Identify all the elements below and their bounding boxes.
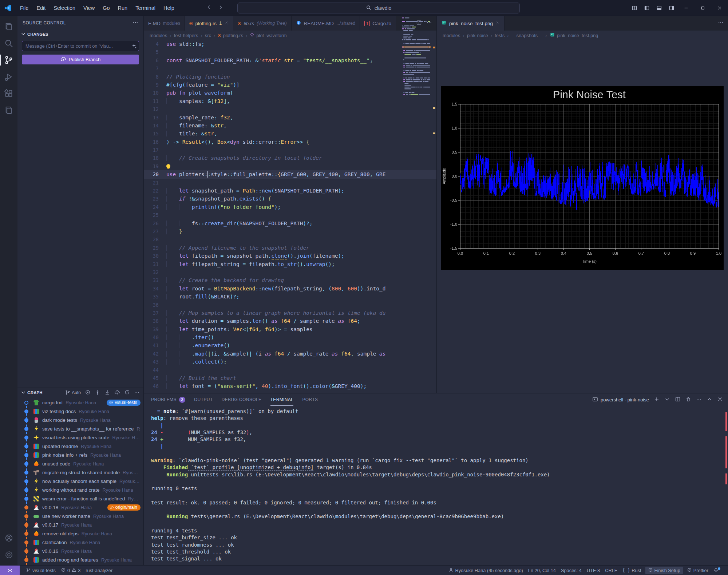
code-line-30[interactable]: 30 let filepath = snapshot_path.clone().… [144,252,436,260]
code-line-10[interactable]: 10pub fn plot_waveform( [144,89,436,97]
code-line-27[interactable]: 27 } [144,227,436,235]
breadcrumb-item[interactable]: modules [150,33,167,38]
customize-layout-icon[interactable] [628,5,641,11]
maximize-panel-icon[interactable] [707,396,712,403]
code-line-4[interactable]: 4use std::fs; [144,40,436,48]
code-line-15[interactable]: 15 title: &str, [144,130,436,138]
commit-row[interactable]: unused codeRyosuke Hana [17,459,143,468]
code-line-23[interactable]: 23 if !&snapshot_path.exists() { [144,195,436,203]
terminal-dropdown-icon[interactable] [664,396,670,403]
code-line-35[interactable]: 35 root.fill(&BLACK)?; [144,293,436,301]
status-language-mode[interactable]: { }Rust [620,566,644,575]
close-tab-icon[interactable] [224,21,229,26]
status-rust-analyzer[interactable]: rust-analyzer [83,566,115,575]
status-finish-setup[interactable]: Finish Setup [645,567,683,574]
status-last-commit-author[interactable]: Ryosuke Hana (45 seconds ago) [446,566,525,575]
commit-row[interactable]: save tests to __snapshots__ for referenc… [17,424,143,433]
panel-more-actions-icon[interactable] [696,396,702,403]
code-line-38[interactable]: 38 let duration = samples.len() as f64 /… [144,317,436,325]
code-line-46[interactable]: 46 let font = ("sans-serif", 40).into_fo… [144,382,436,390]
code-line-32[interactable]: 32 [144,268,436,276]
code-line-17[interactable]: 17 [144,146,436,154]
tab-plotting-rs[interactable]: ®plotting.rs1 [185,16,233,31]
code-line-13[interactable]: 13 sample_rate: f32, [144,114,436,122]
graph-auto-button[interactable]: Auto [65,389,81,396]
commit-row[interactable]: clarificationRyosuke Hana [17,538,143,547]
status-notifications[interactable] [711,566,725,575]
panel-tab-debug-console[interactable]: DEBUG CONSOLE [222,393,262,406]
code-line-22[interactable]: 22 let snapshot_path = Path::new(SNAPSHO… [144,187,436,195]
breadcrumb-item[interactable]: pink-noise [467,33,488,38]
command-search-box[interactable]: clawdio [237,3,520,13]
kill-terminal-icon[interactable] [685,396,691,403]
menu-file[interactable]: File [16,0,32,16]
graph-target-icon[interactable] [85,389,91,396]
chevron-down-icon[interactable] [20,31,26,37]
menu-go[interactable]: Go [99,0,114,16]
tab-readme-md[interactable]: README.MD...\shared [292,16,360,31]
menu-run[interactable]: Run [114,0,132,16]
commit-row[interactable]: use new worker nameRyosuke Hana [17,512,143,520]
status-prettier[interactable]: Prettier [684,566,711,575]
tab-cargo-to[interactable]: TCargo.to [360,16,396,31]
menu-edit[interactable]: Edit [32,0,50,16]
lightbulb-icon[interactable] [166,164,170,168]
code-line-41[interactable]: 41 .enumerate() [144,341,436,349]
status-indentation[interactable]: Spaces: 4 [558,566,584,575]
close-button[interactable] [711,0,728,16]
chevron-down-icon[interactable] [20,389,26,396]
code-line-12[interactable]: 12 [144,105,436,113]
branch-badge[interactable]: origin/main [107,504,141,511]
commit-row[interactable]: pink noise info + refsRyosuke Hana [17,451,143,459]
code-line-37[interactable]: 37 // Map samples to a linear graph wher… [144,309,436,317]
close-panel-icon[interactable] [717,396,723,403]
code-line-21[interactable]: 21 [144,179,436,187]
menu-terminal[interactable]: Terminal [131,0,159,16]
panel-tab-ports[interactable]: PORTS [302,393,318,406]
code-line-25[interactable]: 25 [144,211,436,219]
code-line-40[interactable]: 40 .iter() [144,333,436,341]
new-terminal-icon[interactable] [654,396,660,403]
commit-row[interactable]: migrate rng struct to shared moduleRyosu… [17,468,143,477]
code-line-28[interactable]: 28 [144,235,436,243]
commit-row[interactable]: viz testing docsRyosuke Hana [17,407,143,416]
commit-row[interactable]: now actually random each sampleRyosuke H… [17,477,143,485]
code-line-16[interactable]: 16) -> Result<(), Box<dyn std::error::Er… [144,138,436,146]
run-debug-icon[interactable] [0,68,17,85]
code-line-8[interactable]: 8// Plotting function [144,73,436,81]
graph-pull-icon[interactable] [104,389,110,396]
minimap[interactable] [402,17,431,104]
commit-row[interactable]: v0.0.17Ryosuke Hana [17,520,143,529]
breadcrumb-item[interactable]: src [205,33,211,38]
breadcrumb[interactable]: modules›test-helpers›src›®plotting.rs›pl… [144,31,436,40]
code-line-19[interactable]: 19 [144,162,436,170]
toggle-secondary-sidebar-icon[interactable] [665,5,678,11]
code-line-43[interactable]: 43 .collect(); [144,358,436,366]
code-line-44[interactable]: 44 [144,366,436,374]
code-line-6[interactable]: 6const SNAPSHOT_FOLDER_PATH: &'static st… [144,56,436,64]
source-control-icon[interactable] [0,52,17,68]
sidebar-more-actions-icon[interactable] [132,20,138,27]
minimize-button[interactable] [678,0,695,16]
commit-row[interactable]: wasm error - function call is undefinedR… [17,494,143,503]
commit-row[interactable]: cargo fmtRyosuke Hanavisual-tests [17,398,143,407]
panel-tab-output[interactable]: OUTPUT [194,393,213,406]
commit-row[interactable]: visual tests using plotters crateRyosuke… [17,433,143,442]
code-line-24[interactable]: 24 println!("no folder found"); [144,203,436,211]
breadcrumb-item[interactable]: plot_waveform [250,32,286,38]
commit-row[interactable]: remove old depsRyosuke Hana [17,529,143,538]
forward-button[interactable] [218,4,223,12]
menu-help[interactable]: Help [159,0,178,16]
code-line-45[interactable]: 45 // Build the chart [144,374,436,382]
breadcrumb-item[interactable]: test-helpers [174,33,198,38]
docs-icon[interactable] [0,102,17,119]
code-line-7[interactable]: 7 [144,64,436,72]
maximize-button[interactable] [695,0,711,16]
terminal-output[interactable]: = note: `#[warn(unused_parens)]` on by d… [151,408,719,564]
code-editor[interactable]: 4use std::fs;56const SNAPSHOT_FOLDER_PAT… [144,40,436,393]
commit-row[interactable]: updated readmeRyosuke Hana [17,442,143,451]
menu-view[interactable]: View [79,0,99,16]
publish-branch-button[interactable]: Publish Branch [22,55,139,64]
status-git-branch[interactable]: visual-tests [23,566,58,575]
code-line-33[interactable]: 33 // Create the backend for drawing [144,276,436,284]
